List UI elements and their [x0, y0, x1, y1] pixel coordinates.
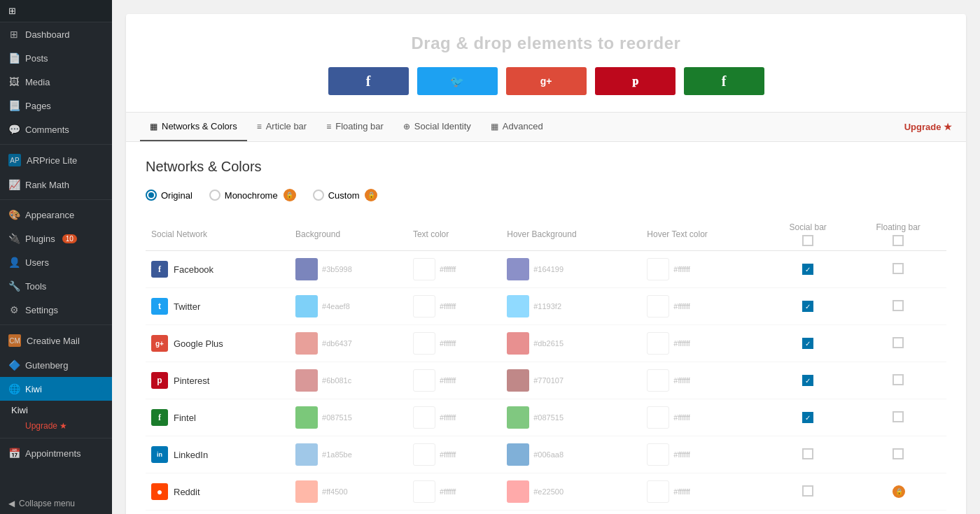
- arprice-icon: AP: [8, 154, 21, 166]
- rankmath-icon: 📈: [8, 179, 20, 190]
- socialbar-cell-5: [766, 436, 850, 473]
- floatingbar-cell-0: [850, 251, 946, 288]
- socialbar-checkbox-1[interactable]: ✓: [802, 301, 813, 312]
- radio-custom[interactable]: Custom 🔒: [313, 189, 378, 201]
- socialbar-checkbox-5[interactable]: [802, 448, 813, 459]
- floatingbar-checkbox-2[interactable]: [892, 337, 904, 348]
- sidebar-item-comments[interactable]: 💬 Comments: [0, 117, 112, 141]
- hoverbg-cell-3: #770107: [501, 362, 641, 399]
- sidebar-item-settings[interactable]: ⚙ Settings: [0, 298, 112, 322]
- sidebar-divider-3: [0, 324, 112, 325]
- tab-article-bar[interactable]: ≡ Article bar: [247, 113, 317, 141]
- gutenberg-icon: 🔷: [8, 359, 20, 371]
- th-background: Background: [290, 218, 407, 251]
- socialbar-checkbox-2[interactable]: ✓: [802, 338, 813, 349]
- creativemail-icon: CM: [8, 334, 21, 347]
- hovertext-cell-5: #ffffff: [641, 436, 766, 473]
- floatingbar-checkbox-3[interactable]: [892, 374, 904, 385]
- socialbar-checkbox-4[interactable]: ✓: [802, 412, 813, 423]
- tab-advanced[interactable]: ▦ Advanced: [481, 113, 553, 141]
- sidebar-item-dashboard[interactable]: ⊞ Dashboard: [0, 22, 112, 46]
- content-panel: Drag & drop elements to reorder f 🐦 g+ 𝐩…: [126, 14, 966, 514]
- sidebar-item-arprice[interactable]: AP ARPrice Lite: [0, 148, 112, 173]
- sidebar-subitem-upgrade[interactable]: Upgrade ★: [0, 417, 112, 435]
- network-name-5: in LinkedIn: [146, 436, 290, 473]
- network-name-0: f Facebook: [146, 251, 290, 288]
- network-name-2: g+ Google Plus: [146, 325, 290, 362]
- social-buttons-row: f 🐦 g+ 𝐩 f: [126, 67, 966, 112]
- tab-networks-colors[interactable]: ▦ Networks & Colors: [140, 113, 247, 141]
- th-socialbar: Social bar: [766, 218, 850, 251]
- radio-original[interactable]: Original: [146, 190, 192, 201]
- table-row: g+ Google Plus #db6437 #ffffff #db2615: [146, 325, 946, 362]
- appointments-icon: 📅: [8, 448, 20, 459]
- pages-icon: 📃: [8, 100, 20, 111]
- radio-original-label: Original: [161, 190, 192, 201]
- collapse-menu-button[interactable]: ◀ Collapse menu: [0, 493, 112, 514]
- floatingbar-cell-6: 🔒: [850, 473, 946, 511]
- socialbar-checkbox-6[interactable]: [802, 485, 813, 497]
- floatingbar-checkbox-5[interactable]: [892, 448, 904, 459]
- socialbar-cell-3: ✓: [766, 362, 850, 399]
- sidebar-item-tools[interactable]: 🔧 Tools: [0, 274, 112, 298]
- sidebar-item-users[interactable]: 👤 Users: [0, 250, 112, 274]
- socialbar-checkbox-3[interactable]: ✓: [802, 375, 813, 386]
- table-row: f Fintel #087515 #ffffff #087515: [146, 399, 946, 436]
- sidebar-item-media[interactable]: 🖼 Media: [0, 70, 112, 94]
- floatingbar-checkbox-4[interactable]: [892, 411, 904, 422]
- network-name-1: t Twitter: [146, 288, 290, 325]
- hovertext-cell-0: #ffffff: [641, 251, 766, 288]
- twitter-share-button[interactable]: 🐦: [417, 67, 498, 95]
- table-row: ● Reddit #ff4500 #ffffff #e22500: [146, 473, 946, 511]
- hoverbg-cell-6: #e22500: [501, 473, 641, 511]
- th-hoverbg: Hover Background: [501, 218, 641, 251]
- sidebar-item-kiwi[interactable]: 🌐 Kiwi: [0, 377, 112, 401]
- tab-floating-bar[interactable]: ≡ Floating bar: [316, 113, 393, 141]
- floatingbar-header-checkbox[interactable]: [892, 235, 904, 246]
- sidebar-item-appointments[interactable]: 📅 Appointments: [0, 441, 112, 465]
- radio-monochrome[interactable]: Monochrome 🔒: [209, 189, 296, 201]
- bg-cell-0: #3b5998: [290, 251, 407, 288]
- floatingbar-cell-3: [850, 362, 946, 399]
- sidebar-item-rankmath[interactable]: 📈 Rank Math: [0, 173, 112, 197]
- socialbar-checkbox-0[interactable]: ✓: [802, 264, 813, 275]
- facebook-share-button[interactable]: f: [328, 67, 409, 95]
- hovertext-cell-1: #ffffff: [641, 288, 766, 325]
- sidebar-item-gutenberg[interactable]: 🔷 Gutenberg: [0, 353, 112, 377]
- facebook-btn-icon: f: [366, 73, 371, 90]
- text-cell-1: #ffffff: [407, 288, 501, 325]
- floatingbar-checkbox-0[interactable]: [892, 263, 904, 274]
- text-cell-2: #ffffff: [407, 325, 501, 362]
- googleplus-share-button[interactable]: g+: [506, 67, 587, 95]
- section-content: Networks & Colors Original Monochrome 🔒 …: [126, 142, 966, 514]
- sidebar-item-plugins[interactable]: 🔌 Plugins 10: [0, 227, 112, 250]
- table-row: in LinkedIn #1a85be #ffffff #006aa8: [146, 436, 946, 473]
- tab-article-icon: ≡: [257, 122, 262, 131]
- tab-networks-icon: ▦: [150, 122, 158, 131]
- th-textcolor: Text color: [407, 218, 501, 251]
- appearance-icon: 🎨: [8, 209, 20, 220]
- kiwi-arrow: [99, 385, 104, 393]
- hoverbg-cell-0: #164199: [501, 251, 641, 288]
- table-row: p Pinterest #6b081c #ffffff #770107: [146, 362, 946, 399]
- hovertext-cell-3: #ffffff: [641, 362, 766, 399]
- wp-logo-icon: ⊞: [8, 6, 16, 16]
- sidebar-item-posts[interactable]: 📄 Posts: [0, 46, 112, 70]
- fintel-share-button[interactable]: f: [684, 67, 764, 95]
- socialbar-header-checkbox[interactable]: [802, 235, 813, 246]
- network-name-3: p Pinterest: [146, 362, 290, 399]
- table-row: f Facebook #3b5998 #ffffff #164199: [146, 251, 946, 288]
- floatingbar-cell-5: [850, 436, 946, 473]
- sidebar-item-appearance[interactable]: 🎨 Appearance: [0, 203, 112, 227]
- sidebar-item-creativemail[interactable]: CM Creative Mail: [0, 328, 112, 353]
- sidebar-item-pages[interactable]: 📃 Pages: [0, 94, 112, 117]
- upgrade-button[interactable]: Upgrade ★: [904, 122, 952, 132]
- twitter-btn-icon: 🐦: [450, 75, 464, 88]
- plugins-icon: 🔌: [8, 233, 20, 244]
- sidebar-divider-4: [0, 438, 112, 438]
- tab-social-identity[interactable]: ⊕ Social Identity: [393, 113, 481, 141]
- floatingbar-checkbox-1[interactable]: [892, 300, 904, 311]
- pinterest-share-button[interactable]: 𝐩: [595, 67, 676, 95]
- kiwi-icon: 🌐: [8, 383, 20, 394]
- monochrome-lock-icon: 🔒: [284, 189, 296, 201]
